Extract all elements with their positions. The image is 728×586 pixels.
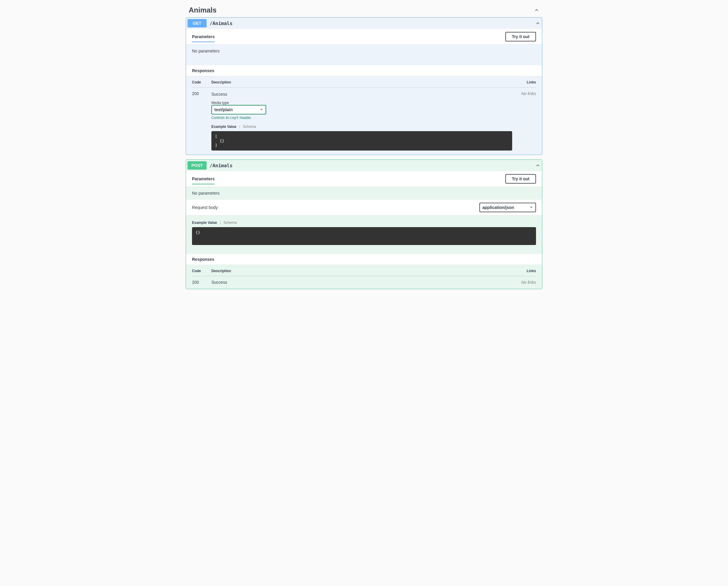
parameters-body: No parameters bbox=[186, 45, 542, 65]
request-body-header: Request body application/json bbox=[186, 200, 542, 215]
example-code: {} bbox=[192, 227, 536, 245]
tab-example-value[interactable]: Example Value bbox=[211, 125, 236, 129]
th-description: Description bbox=[211, 80, 512, 84]
example-schema-tabs: Example Value | Schema bbox=[211, 125, 512, 129]
response-row: 200 Success No links bbox=[192, 276, 536, 285]
th-description: Description bbox=[211, 269, 512, 273]
request-body-title: Request body bbox=[192, 205, 218, 210]
accept-hint: Controls Accept header. bbox=[211, 116, 512, 120]
parameters-tab[interactable]: Parameters bbox=[192, 177, 215, 185]
try-it-out-button[interactable]: Try it out bbox=[505, 32, 536, 42]
parameters-header: Parameters Try it out bbox=[186, 29, 542, 45]
responses-title: Responses bbox=[192, 68, 214, 73]
response-description-cell: Success Media type text/plain Controls A… bbox=[211, 91, 512, 151]
method-badge-post: POST bbox=[187, 161, 207, 169]
responses-header: Responses bbox=[186, 254, 542, 265]
no-parameters-text: No parameters bbox=[192, 191, 536, 195]
media-type-select[interactable]: text/plain bbox=[211, 105, 266, 114]
tag-header[interactable]: Animals bbox=[186, 3, 542, 17]
th-code: Code bbox=[192, 269, 211, 273]
responses-body: Code Description Links 200 Success No li… bbox=[186, 265, 542, 289]
tab-schema[interactable]: Schema bbox=[224, 220, 237, 225]
operation-get-animals: GET /Animals Parameters Try it out No pa… bbox=[186, 17, 542, 155]
th-code: Code bbox=[192, 80, 211, 84]
operation-post-animals: POST /Animals Parameters Try it out No p… bbox=[186, 159, 542, 289]
method-badge-get: GET bbox=[187, 19, 207, 27]
example-code: [ {} ] bbox=[211, 131, 512, 151]
responses-table-header: Code Description Links bbox=[192, 269, 536, 276]
th-links: Links bbox=[512, 80, 536, 84]
responses-header: Responses bbox=[186, 65, 542, 76]
response-code: 200 bbox=[192, 91, 211, 151]
responses-body: Code Description Links 200 Success Media… bbox=[186, 76, 542, 155]
parameters-tab[interactable]: Parameters bbox=[192, 34, 215, 42]
media-type-label: Media type bbox=[211, 101, 512, 105]
operation-path: /Animals bbox=[210, 21, 233, 26]
media-type-value: text/plain bbox=[214, 107, 233, 112]
response-links: No links bbox=[512, 280, 536, 285]
chevron-up-icon bbox=[534, 7, 539, 13]
th-links: Links bbox=[512, 269, 536, 273]
content-type-select[interactable]: application/json bbox=[479, 203, 536, 212]
response-row: 200 Success Media type text/plain Contro… bbox=[192, 88, 536, 151]
no-parameters-text: No parameters bbox=[192, 49, 536, 53]
tab-schema[interactable]: Schema bbox=[243, 125, 256, 129]
operation-summary[interactable]: POST /Animals bbox=[186, 160, 542, 171]
try-it-out-button[interactable]: Try it out bbox=[505, 174, 536, 184]
operation-path: /Animals bbox=[210, 163, 233, 168]
response-description: Success bbox=[211, 92, 512, 97]
response-links: No links bbox=[512, 91, 536, 151]
parameters-body: No parameters bbox=[186, 187, 542, 200]
request-body-body: Example Value | Schema {} bbox=[186, 215, 542, 254]
example-schema-tabs: Example Value | Schema bbox=[192, 220, 536, 225]
parameters-header: Parameters Try it out bbox=[186, 171, 542, 187]
tab-example-value[interactable]: Example Value bbox=[192, 220, 217, 225]
responses-table-header: Code Description Links bbox=[192, 80, 536, 88]
chevron-down-icon bbox=[260, 107, 263, 112]
chevron-down-icon bbox=[529, 205, 533, 210]
chevron-up-icon bbox=[535, 21, 541, 26]
response-code: 200 bbox=[192, 280, 211, 285]
tag-title: Animals bbox=[189, 6, 216, 14]
content-type-value: application/json bbox=[483, 205, 514, 210]
chevron-up-icon bbox=[535, 163, 541, 168]
response-description: Success bbox=[211, 280, 512, 285]
operation-summary[interactable]: GET /Animals bbox=[186, 18, 542, 29]
responses-title: Responses bbox=[192, 257, 214, 262]
